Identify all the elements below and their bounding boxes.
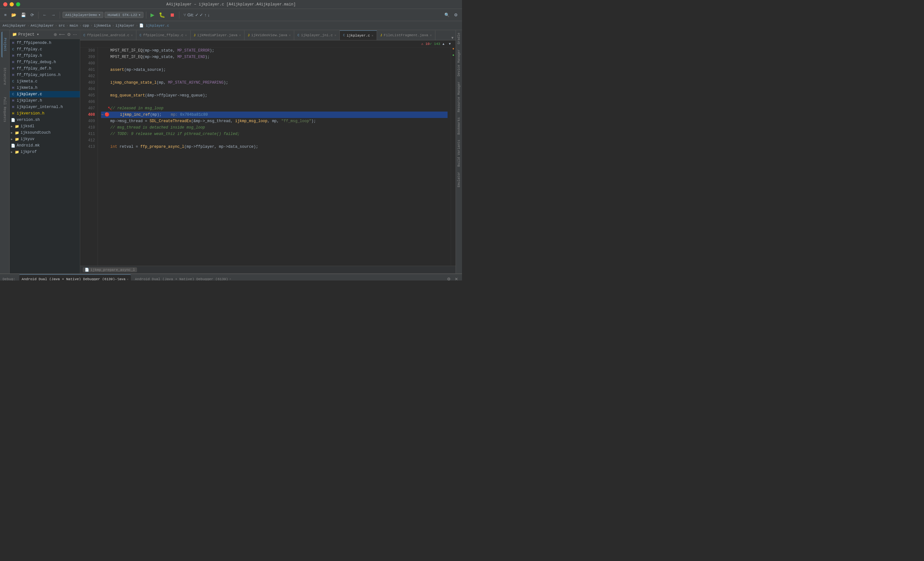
debug-btn[interactable]: 🐛	[157, 11, 167, 19]
tree-item-ffplay-def-h[interactable]: Hff_ffplay_def.h	[10, 66, 80, 72]
breadcrumb-src[interactable]: src	[58, 24, 65, 28]
close-java-tab[interactable]: ✕	[127, 278, 128, 281]
tab-close-ijkvideoview[interactable]: ✕	[289, 33, 291, 37]
device-dropdown[interactable]: HUAWEI STK-L22 ▾	[105, 12, 143, 18]
debug-label: Debug:	[3, 277, 15, 281]
code-line-412	[101, 137, 448, 144]
right-tab-resource-manager[interactable]: Resource Manager	[456, 79, 461, 115]
tab-filelistfragment-java[interactable]: J FileListFragment.java ✕	[377, 30, 435, 40]
tab-close-ijkmediaplayer[interactable]: ✕	[239, 33, 241, 37]
tree-item-androidmk[interactable]: 📄Android.mk	[10, 142, 80, 149]
breadcrumb-main[interactable]: main	[70, 24, 78, 28]
tree-item-ijkyuv[interactable]: ▶📁ijkyuv	[10, 136, 80, 142]
tab-label: ffpipeline_ffplay.c	[143, 33, 183, 37]
tree-item-ffplay-debug-h[interactable]: Hff_ffplay_debug.h	[10, 59, 80, 66]
code-editor[interactable]: MPST_RET_IF_EQ(mp->mp_state, MP_STATE_ER…	[98, 48, 451, 266]
git-btn[interactable]: ⑂ Git: ✓ ✓ ↑ ↓	[182, 12, 211, 18]
toolbar-open-btn[interactable]: 📂	[10, 12, 18, 18]
right-activity-bar: Gradle Device Manager Resource Manager B…	[456, 30, 462, 274]
editor-content[interactable]: 398 399 400 401 402 403 404 405 406 407 …	[80, 48, 456, 266]
stop-btn[interactable]: ⏹	[168, 12, 177, 19]
settings-btn[interactable]: ⚙	[452, 12, 459, 18]
tab-close-ffpipeline-android[interactable]: ✕	[131, 33, 133, 37]
tree-item-ijkmeta-h[interactable]: Hijkmeta.h	[10, 85, 80, 91]
close-button[interactable]	[3, 2, 8, 6]
tree-item-ijkmeta-c[interactable]: Cijkmeta.c	[10, 78, 80, 85]
right-tab-build-variants[interactable]: Build Variants	[456, 137, 461, 169]
tree-item-version-sh[interactable]: 📄version.sh	[10, 117, 80, 123]
close-native-tab[interactable]: ✕	[230, 277, 231, 280]
tab-overflow-btn[interactable]: ▾	[450, 35, 456, 40]
breadcrumb-ijkmedia[interactable]: ijkmedia	[94, 24, 111, 28]
tree-item-ijksdl[interactable]: ▶📁ijksdl	[10, 123, 80, 130]
file-tree-title: 📁 Project ▾	[12, 32, 39, 37]
dropdown-chevron: ▾	[99, 13, 101, 17]
tab-close-ijkplayer-c[interactable]: ✕	[372, 34, 374, 37]
tree-item-ijkversion-h[interactable]: Hijkversion.h	[10, 110, 80, 117]
tab-close-ijkplayer-jni[interactable]: ✕	[334, 33, 336, 37]
activity-project[interactable]: Project	[2, 32, 8, 57]
ok-count: ✓ 143	[430, 42, 440, 46]
breadcrumb-module[interactable]: A4ijkplayer	[30, 24, 54, 28]
right-tab-device-manager[interactable]: Device Manager	[456, 47, 461, 79]
file-tree-header: 📁 Project ▾ ⊕ ⟵ ⚙ ⋯	[10, 30, 80, 39]
tab-ffpipeline-ffplay[interactable]: C ffpipeline_ffplay.c ✕	[136, 30, 190, 40]
tree-locate-btn[interactable]: ⊕	[53, 32, 57, 37]
tab-close-ffpipeline-ffplay[interactable]: ✕	[185, 33, 187, 37]
activity-structure[interactable]: Structure	[2, 65, 8, 88]
code-line-410: // msg_thread is detached inside msg_loo…	[101, 124, 448, 131]
file-tree-panel: 📁 Project ▾ ⊕ ⟵ ⚙ ⋯ Hff_ffpipenode.h Cff…	[10, 30, 80, 274]
toolbar-save-btn[interactable]: 💾	[19, 12, 28, 18]
tree-more-btn[interactable]: ⋯	[72, 32, 77, 37]
tree-item-ijkplayer-h[interactable]: Hijkplayer.h	[10, 97, 80, 104]
right-tab-gradle[interactable]: Gradle	[456, 30, 461, 47]
toolbar-back-btn[interactable]: ←	[41, 12, 48, 18]
tab-ijkvideoview-java[interactable]: J ijkVideoView.java ✕	[244, 30, 294, 40]
tab-ijkplayer-jni[interactable]: C ijkplayer_jni.c ✕	[294, 30, 340, 40]
tree-item-ijksoundtouch[interactable]: ▶📁ijksoundtouch	[10, 130, 80, 136]
minimize-button[interactable]	[10, 2, 14, 6]
code-line-399: MPST_RET_IF_EQ(mp->mp_state, MP_STATE_EN…	[101, 54, 448, 60]
right-tab-emulator[interactable]: Emulator	[456, 169, 461, 190]
breadcrumb-cpp[interactable]: cpp	[83, 24, 89, 28]
tab-label: ijkMediaPlayer.java	[197, 33, 237, 37]
left-activity-bar: Project Structure Pull Requests	[0, 30, 10, 274]
run-btn[interactable]: ▶	[149, 11, 156, 19]
editor-top-bar: ⚠ 10 ✓ 143 ▲ ▼	[80, 40, 456, 48]
activity-pull-requests[interactable]: Pull Requests	[2, 95, 8, 124]
tree-item-ijkplayer-c[interactable]: Cijkplayer.c	[10, 91, 80, 97]
tab-ijkplayer-c[interactable]: C ijkplayer.c ✕	[340, 30, 377, 40]
tree-item-ffpipenode-h[interactable]: Hff_ffpipenode.h	[10, 40, 80, 46]
file-tree-actions: ⊕ ⟵ ⚙ ⋯	[53, 32, 77, 37]
search-btn[interactable]: 🔍	[443, 12, 451, 18]
breadcrumb-root[interactable]: A4ijkplayer	[3, 24, 26, 28]
tab-ijkmediaplayer-java[interactable]: J ijkMediaPlayer.java ✕	[190, 30, 244, 40]
tab-ffpipeline-android[interactable]: C ffpipeline_android.c ✕	[80, 30, 136, 40]
tree-item-ffplay-h[interactable]: Hff_ffplay.h	[10, 52, 80, 59]
right-tab-bookmarks[interactable]: Bookmarks	[456, 115, 461, 137]
toolbar-menu-btn[interactable]: ≡	[3, 12, 8, 18]
toolbar-refresh-btn[interactable]: ⟳	[29, 12, 36, 18]
tree-item-ffplay-c[interactable]: Cff_ffplay.c	[10, 46, 80, 52]
breadcrumb-ijkplayer[interactable]: ijkplayer	[116, 24, 134, 28]
breadcrumb-file[interactable]: 📄 ijkplayer.c	[139, 23, 169, 28]
tree-collapse-btn[interactable]: ⟵	[59, 32, 66, 37]
traffic-lights	[3, 2, 20, 6]
maximize-button[interactable]	[16, 2, 20, 6]
debug-tabs-bar: Debug: Android Dual (Java + Native) Debu…	[0, 274, 462, 280]
toolbar-forward-btn[interactable]: →	[50, 12, 57, 18]
close-panel-btn[interactable]: ✕	[453, 276, 459, 280]
editor-tabs: C ffpipeline_android.c ✕ C ffpipeline_ff…	[80, 30, 456, 40]
debugger-tab-java[interactable]: Android Dual (Java + Native) Debugger (6…	[19, 274, 131, 281]
debugger-tab-native[interactable]: Android Dual (Java + Native) Debugger (6…	[132, 274, 234, 281]
scroll-down-btn[interactable]: ▼	[447, 41, 453, 46]
tree-item-ijkplayer-internal-h[interactable]: Hijkplayer_internal.h	[10, 104, 80, 110]
bottom-panel: Debug: Android Dual (Java + Native) Debu…	[0, 274, 462, 280]
app-dropdown[interactable]: A4ijkplayerDemo ▾	[63, 12, 104, 18]
tab-close-filelistfragment[interactable]: ✕	[430, 33, 432, 37]
settings-action-btn[interactable]: ⚙	[446, 276, 452, 280]
tree-item-ffplay-options-h[interactable]: Hff_ffplay_options.h	[10, 72, 80, 78]
tree-settings-btn[interactable]: ⚙	[67, 32, 71, 37]
scroll-up-btn[interactable]: ▲	[440, 41, 447, 46]
tree-item-ijkprof[interactable]: ▶📁ijkprof	[10, 149, 80, 155]
